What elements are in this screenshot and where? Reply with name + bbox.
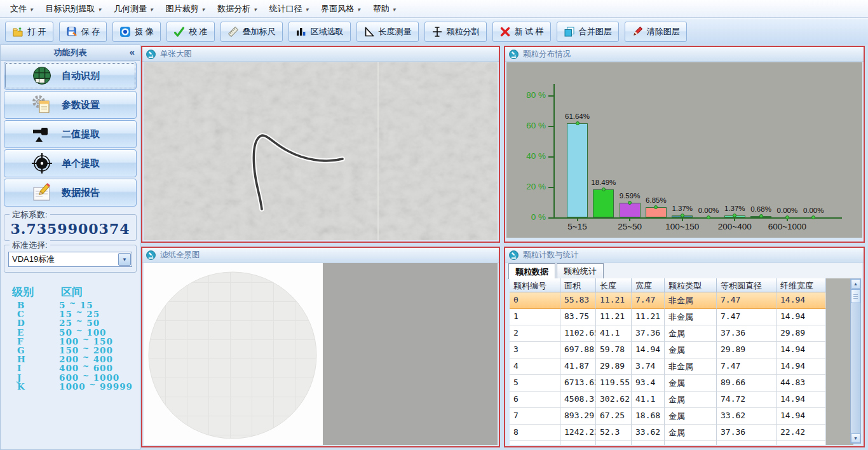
sidebar-button-3[interactable]: 单个提取: [4, 149, 137, 177]
table-row[interactable]: 7893.2967.2518.68金属33.6214.94: [510, 408, 826, 425]
column-header-0[interactable]: 颗料编号: [510, 278, 560, 292]
table-row[interactable]: 441.8729.893.74非金属7.4714.94: [510, 358, 826, 375]
tilde: ~: [76, 308, 83, 317]
cell: 金属: [665, 325, 717, 342]
cell: 金属: [665, 342, 717, 358]
length-measure-icon: [363, 26, 375, 38]
cell: 67.25: [596, 408, 632, 425]
cell: 74.72: [717, 392, 776, 408]
standard-select[interactable]: VDA19标准 ▼: [8, 252, 132, 267]
menu-item-2[interactable]: 几何测量▾: [107, 1, 159, 17]
column-header-5[interactable]: 等积圆直径: [717, 278, 776, 292]
statistics-tabs: 颗粒数据 颗粒统计: [506, 263, 862, 278]
menu-item-7[interactable]: 帮助▾: [367, 1, 402, 17]
toolbar-button-5[interactable]: 区域选取: [288, 22, 351, 42]
calibrate-check-icon: [173, 26, 185, 38]
toolbar-button-1[interactable]: 保 存: [59, 22, 107, 42]
toolbar-button-7[interactable]: 颗粒分割: [424, 22, 487, 42]
menu-item-6[interactable]: 界面风格▾: [315, 1, 367, 17]
tab-particle-data[interactable]: 颗粒数据: [508, 263, 555, 279]
toolbar-button-2[interactable]: 摄 像: [112, 22, 161, 42]
x-tick: [787, 219, 788, 221]
cell: 7.47: [632, 292, 665, 309]
toolbar-button-label: 颗粒分割: [447, 26, 480, 38]
tab-particle-stats[interactable]: 颗粒统计: [557, 263, 604, 278]
tilde: ~: [89, 380, 96, 389]
microscope-icon: [509, 50, 519, 59]
table-row[interactable]: 56713.62119.5593.4金属89.6644.83: [510, 375, 826, 392]
column-header-3[interactable]: 宽度: [632, 278, 665, 292]
column-header-4[interactable]: 颗粒类型: [665, 278, 717, 292]
table-row[interactable]: 81242.2352.333.62金属37.3622.42: [510, 425, 826, 441]
x-tick-label: 25~50: [603, 222, 656, 231]
table-row[interactable]: 183.7511.2111.21非金属7.4714.94: [510, 309, 826, 325]
toolbar-button-10[interactable]: 清除图层: [625, 22, 687, 42]
sidebar-collapse-button[interactable]: «: [130, 46, 135, 57]
tilde: ~: [83, 371, 90, 380]
table-row[interactable]: 64508.31302.6241.1金属74.7214.94: [510, 392, 826, 408]
cell: 7: [510, 408, 560, 425]
toolbar-button-label: 摄 像: [135, 26, 154, 38]
menu-item-4[interactable]: 数据分析▾: [211, 1, 263, 17]
table-row[interactable]: 3697.8859.7814.94金属29.8914.94: [510, 342, 826, 358]
cell: 金属: [665, 408, 717, 425]
calibration-label: 定标系数:: [10, 209, 50, 221]
chevron-down-icon[interactable]: ▼: [118, 253, 131, 266]
scroll-down-icon[interactable]: ▼: [851, 433, 860, 443]
menu-item-5[interactable]: 统计口径▾: [263, 1, 315, 17]
bar-point: [681, 214, 684, 217]
auto-recognize-icon: [31, 65, 53, 86]
range-header: 区间: [61, 285, 83, 299]
cell: 29.89: [596, 358, 632, 375]
cell: 4: [510, 358, 560, 375]
column-header-1[interactable]: 面积: [560, 278, 596, 292]
table-row[interactable]: 21102.6541.137.36金属37.3629.89: [510, 325, 826, 342]
bar-25~50: [620, 203, 641, 217]
sidebar-button-4[interactable]: 数据报告: [4, 179, 137, 207]
cell: 22.42: [776, 425, 826, 441]
cell: 1242.23: [560, 425, 596, 441]
cell: 非金属: [665, 309, 717, 325]
menu-item-0[interactable]: 文件▾: [4, 1, 39, 17]
open-folder-icon: [12, 26, 24, 38]
sidebar-button-0[interactable]: 自动识别: [4, 62, 137, 90]
menu-item-3[interactable]: 图片裁剪▾: [159, 1, 212, 17]
tilde: ~: [83, 344, 90, 353]
column-header-2[interactable]: 长度: [596, 278, 632, 292]
x-tick: [734, 219, 735, 221]
cell: 1: [510, 309, 560, 325]
particle-statistics-panel-title: 颗粒计数与统计: [523, 250, 579, 261]
cell: 3: [510, 342, 560, 358]
cell: 非金属: [665, 292, 717, 309]
table-row[interactable]: 055.8311.217.47非金属7.4714.94: [510, 292, 826, 309]
cell: 14.94: [776, 392, 826, 408]
chevron-down-icon: ▾: [306, 6, 309, 13]
single-image-view[interactable]: [144, 62, 498, 240]
microscope-icon: [509, 250, 519, 260]
table-row[interactable]: 9293.1144.8311.21金属18.6814.94: [510, 441, 826, 445]
microscope-icon: [146, 50, 156, 59]
toolbar-button-4[interactable]: 叠加标尺: [220, 22, 283, 42]
sidebar-button-1[interactable]: 参数设置: [4, 91, 137, 119]
menu-item-1[interactable]: 目标识别提取▾: [39, 1, 108, 17]
sidebar-button-2[interactable]: 二值提取: [4, 120, 137, 148]
x-tick: [577, 219, 578, 221]
particle-distribution-panel-header: 颗粒分布情况: [505, 47, 864, 62]
cell: 7.47: [717, 358, 776, 375]
column-header-6[interactable]: 纤维宽度: [776, 278, 826, 292]
toolbar-button-0[interactable]: 打 开: [5, 22, 53, 42]
fiber-micrograph: [144, 62, 498, 240]
toolbar-button-3[interactable]: 校 准: [166, 22, 215, 42]
cell: 7.47: [717, 309, 776, 325]
scrollbar-thumb[interactable]: [851, 289, 860, 303]
toolbar-button-label: 打 开: [27, 26, 46, 38]
scroll-up-icon[interactable]: ▲: [851, 279, 860, 289]
cell: 55.83: [560, 292, 596, 309]
toolbar-button-8[interactable]: 新 试 样: [492, 22, 551, 42]
particle-statistics-panel-header: 颗粒计数与统计: [505, 248, 864, 262]
filter-panorama-view[interactable]: [144, 263, 498, 445]
toolbar-button-6[interactable]: 长度测量: [356, 22, 419, 42]
toolbar-button-9[interactable]: 合并图层: [557, 22, 619, 42]
bar-value-label: 61.64%: [557, 112, 598, 120]
vertical-scrollbar[interactable]: ▲ ▼: [850, 278, 861, 444]
